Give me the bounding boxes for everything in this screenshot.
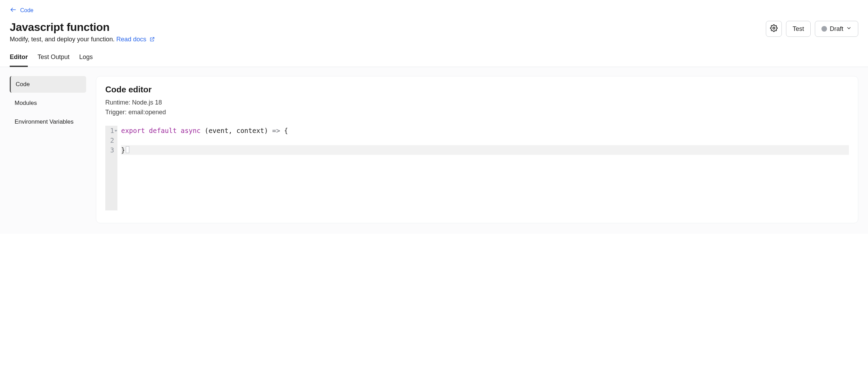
trigger-value: email:opened (128, 109, 166, 116)
sidebar-item-env-vars[interactable]: Environment Variables (10, 114, 86, 130)
page-subtitle-text: Modify, test, and deploy your function. (10, 36, 115, 43)
line-number: 2 (110, 135, 114, 145)
code-editor[interactable]: 1 2 3 export default async (event, conte… (105, 126, 849, 210)
tab-test-output[interactable]: Test Output (38, 53, 69, 67)
cursor (126, 146, 129, 153)
runtime-label: Runtime: (105, 99, 130, 106)
gear-icon (770, 24, 778, 34)
svg-point-1 (773, 27, 775, 29)
line-number: 1 (110, 126, 114, 135)
status-label: Draft (830, 25, 843, 33)
settings-button[interactable] (766, 21, 782, 37)
status-dot-icon (821, 26, 827, 32)
sidebar: Code Modules Environment Variables (10, 76, 86, 223)
code-editor-panel: Code editor Runtime: Node.js 18 Trigger:… (96, 76, 858, 223)
runtime-value: Node.js 18 (132, 99, 162, 106)
test-button[interactable]: Test (786, 21, 811, 37)
tabs: Editor Test Output Logs (0, 53, 868, 67)
sidebar-item-modules[interactable]: Modules (10, 95, 86, 111)
code-content[interactable]: export default async (event, context) =>… (117, 126, 849, 210)
breadcrumb-label: Code (20, 7, 33, 14)
arrow-left-icon (10, 6, 17, 15)
chevron-down-icon (846, 25, 852, 33)
gutter: 1 2 3 (105, 126, 117, 210)
page-title: Javascript function (10, 21, 155, 34)
tab-logs[interactable]: Logs (79, 53, 93, 67)
read-docs-link[interactable]: Read docs (116, 36, 155, 43)
external-link-icon (149, 36, 155, 44)
line-number: 3 (110, 145, 114, 155)
tab-editor[interactable]: Editor (10, 53, 28, 67)
sidebar-item-code[interactable]: Code (10, 76, 86, 93)
breadcrumb-back[interactable]: Code (10, 6, 33, 15)
status-dropdown[interactable]: Draft (815, 21, 858, 37)
panel-meta: Runtime: Node.js 18 Trigger: email:opene… (105, 98, 849, 117)
page-subtitle: Modify, test, and deploy your function. … (10, 36, 155, 44)
panel-title: Code editor (105, 85, 849, 94)
trigger-label: Trigger: (105, 109, 126, 116)
